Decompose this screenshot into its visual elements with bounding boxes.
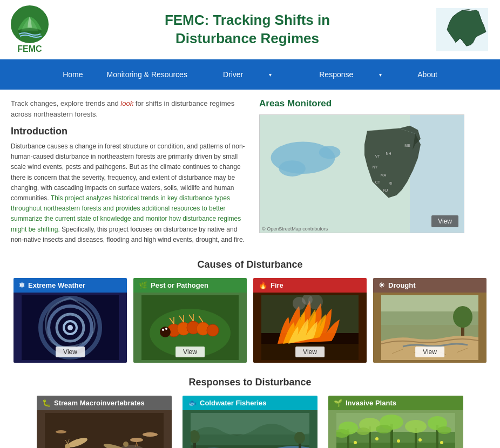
extreme-label: Extreme Weather — [28, 281, 85, 289]
extreme-view-button[interactable]: View — [56, 347, 85, 357]
svg-point-6 — [279, 160, 306, 177]
drought-label: Drought — [388, 281, 416, 289]
intro-green-text: This project analyzes historical trends … — [11, 194, 241, 233]
stream-icon: 🐛 — [42, 399, 51, 407]
logo-text: FEMC — [17, 44, 42, 54]
svg-point-65 — [123, 442, 129, 447]
river-svg — [191, 413, 309, 448]
fire-view-button[interactable]: View — [295, 347, 325, 357]
stream-svg — [45, 413, 164, 448]
header: FEMC FEMC: Tracking Shifts in Disturbanc… — [0, 0, 500, 59]
plants-label: Invasive Plants — [346, 399, 396, 407]
drought-icon: ☀ — [379, 281, 385, 289]
pest-label: Pest or Pathogen — [151, 281, 208, 289]
plants-icon: 🌱 — [334, 399, 342, 407]
svg-point-77 — [294, 432, 305, 444]
drought-view-button[interactable]: View — [415, 347, 444, 357]
left-column: Track changes, explore trends and look f… — [11, 98, 248, 245]
areas-title: Areas Monitored — [259, 98, 489, 109]
svg-point-88 — [357, 427, 370, 435]
plants-header: 🌱 Invasive Plants — [328, 396, 463, 410]
causes-cards-row: ❄ Extreme Weather View — [11, 278, 489, 363]
svg-point-7 — [319, 146, 341, 159]
stream-header: 🐛 Stream Macroinvertebrates — [37, 396, 172, 410]
logo-area: FEMC — [11, 5, 49, 54]
pest-view-button[interactable]: View — [175, 347, 205, 357]
extreme-header: ❄ Extreme Weather — [13, 278, 127, 293]
svg-text:NJ: NJ — [383, 188, 388, 192]
fish-icon: 🐟 — [188, 399, 197, 407]
tagline-highlight: look — [120, 99, 133, 107]
svg-text:NH: NH — [386, 152, 391, 155]
svg-text:RI: RI — [389, 181, 393, 185]
response-cards-row: 🐛 Stream Macroinvertebrates — [11, 396, 489, 448]
fire-label: Fire — [271, 281, 283, 289]
svg-point-37 — [160, 327, 171, 337]
drought-header: ☀ Drought — [373, 278, 487, 293]
logo-circle — [11, 5, 49, 43]
nav-monitoring[interactable]: Monitoring & Resources — [94, 59, 199, 90]
causes-section: Causes of Disturbance ❄ Extreme Weather — [0, 254, 500, 371]
svg-point-54 — [453, 306, 472, 328]
card-extreme-weather: ❄ Extreme Weather View — [13, 278, 127, 363]
fire-icon: 🔥 — [259, 281, 267, 289]
svg-point-39 — [165, 328, 167, 330]
plants-svg — [336, 413, 455, 448]
svg-text:ME: ME — [404, 144, 410, 147]
stream-image — [37, 410, 172, 448]
rcard-stream: 🐛 Stream Macroinvertebrates — [37, 396, 172, 448]
tagline: Track changes, explore trends and look f… — [11, 98, 248, 119]
driver-dropdown-arrow: ▾ — [257, 66, 283, 83]
plants-image — [328, 410, 463, 448]
responses-title: Responses to Disturbance — [11, 377, 489, 388]
logo-icon — [12, 7, 47, 42]
fish-label: Coldwater Fisheries — [200, 399, 267, 407]
rcard-fish: 🐟 Coldwater Fisheries — [183, 396, 317, 448]
nav-home[interactable]: Home — [51, 59, 94, 90]
svg-point-99 — [397, 439, 400, 443]
svg-point-22 — [67, 325, 73, 330]
intro-title: Introduction — [11, 126, 248, 137]
svg-point-38 — [162, 329, 164, 331]
main-content: Track changes, explore trends and look f… — [0, 90, 500, 254]
main-nav: Home Monitoring & Resources Driver ▾ Res… — [0, 59, 500, 90]
response-dropdown-arrow: ▾ — [367, 66, 394, 83]
card-drought: ☀ Drought — [373, 278, 487, 363]
nav-driver[interactable]: Driver ▾ — [199, 59, 295, 90]
areas-map-container: VT NH ME NY MA CT RI NJ View © OpenStree… — [259, 114, 464, 233]
nav-about[interactable]: About — [406, 59, 449, 90]
svg-point-91 — [376, 425, 392, 433]
svg-point-96 — [437, 426, 451, 434]
fish-header: 🐟 Coldwater Fisheries — [183, 396, 317, 410]
svg-point-29 — [207, 324, 219, 336]
snowflake-icon: ❄ — [19, 281, 25, 289]
svg-point-67 — [130, 438, 143, 442]
fire-header: 🔥 Fire — [253, 278, 367, 293]
nav-response[interactable]: Response ▾ — [295, 59, 406, 90]
northeast-map-svg — [435, 8, 489, 51]
svg-point-97 — [354, 441, 357, 444]
svg-text:CT: CT — [375, 180, 381, 184]
areas-view-button[interactable]: View — [431, 215, 458, 227]
svg-point-93 — [405, 420, 427, 433]
svg-point-100 — [418, 438, 422, 442]
river-image — [183, 410, 317, 448]
responses-section: Responses to Disturbance 🐛 Stream Macroi… — [0, 371, 500, 448]
region-map-thumb — [435, 8, 489, 51]
card-pest-pathogen: 🌿 Pest or Pathogen — [133, 278, 247, 363]
rcard-plants: 🌱 Invasive Plants — [328, 396, 463, 448]
right-column: Areas Monitored VT — [259, 98, 489, 245]
pest-header: 🌿 Pest or Pathogen — [133, 278, 247, 293]
map-attribution: © OpenStreetMap contributors — [262, 226, 328, 232]
svg-point-101 — [440, 441, 443, 444]
svg-text:VT: VT — [375, 154, 381, 158]
svg-point-98 — [375, 437, 379, 440]
svg-point-69 — [143, 432, 158, 437]
pest-icon: 🌿 — [139, 281, 147, 289]
svg-text:MA: MA — [381, 173, 387, 177]
title-area: FEMC: Tracking Shifts in Disturbance Reg… — [59, 11, 435, 48]
causes-title: Causes of Disturbance — [11, 259, 489, 270]
site-title: FEMC: Tracking Shifts in Disturbance Reg… — [59, 11, 435, 48]
intro-text: Disturbance causes a change in forest st… — [11, 141, 248, 245]
svg-text:NY: NY — [373, 165, 378, 169]
